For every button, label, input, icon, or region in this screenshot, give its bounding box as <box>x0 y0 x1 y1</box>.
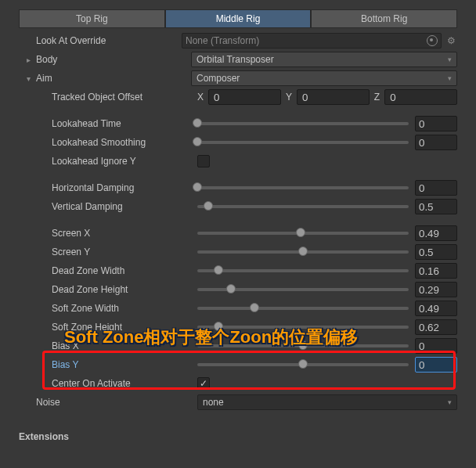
soft-zone-height-slider[interactable] <box>197 326 409 329</box>
tab-bottom-rig[interactable]: Bottom Rig <box>311 9 457 28</box>
soft-zone-height-value-input[interactable] <box>415 319 457 335</box>
noise-row: Noise none <box>0 393 476 412</box>
lookahead-ignore-y-label: Lookahead Ignore Y <box>52 156 197 167</box>
soft-zone-height-label: Soft Zone Height <box>52 322 197 333</box>
soft-zone-height-row: Soft Zone Height <box>0 318 476 337</box>
soft-zone-width-slider[interactable] <box>197 307 409 310</box>
body-dropdown[interactable]: Orbital Transposer <box>191 52 457 67</box>
horizontal-damping-label: Horizontal Damping <box>52 182 197 193</box>
screen-y-label: Screen Y <box>52 247 197 257</box>
lookahead-smoothing-row: Lookahead Smoothing <box>0 133 476 152</box>
tracked-offset-row: Tracked Object Offset X Y Z <box>0 88 476 106</box>
center-on-activate-row: Center On Activate <box>0 374 476 393</box>
center-on-activate-label: Center On Activate <box>52 378 197 389</box>
dead-zone-width-row: Dead Zone Width <box>0 261 476 280</box>
lookahead-smoothing-value-input[interactable] <box>415 135 457 150</box>
soft-zone-width-label: Soft Zone Width <box>52 303 197 314</box>
tab-middle-rig[interactable]: Middle Rig <box>165 9 312 28</box>
screen-x-value-input[interactable] <box>415 225 457 241</box>
dead-zone-height-value-input[interactable] <box>415 282 457 297</box>
screen-x-slider[interactable] <box>197 232 409 235</box>
x-axis-label: X <box>197 92 204 103</box>
screen-y-value-input[interactable] <box>415 244 457 260</box>
horizontal-damping-value-input[interactable] <box>415 180 457 196</box>
extensions-heading: Extensions <box>0 427 476 446</box>
noise-dropdown[interactable]: none <box>197 394 457 410</box>
vertical-damping-row: Vertical Damping <box>0 197 476 216</box>
tracked-offset-z-input[interactable] <box>384 89 457 105</box>
bias-x-value-input[interactable] <box>415 338 457 354</box>
aim-label: Aim <box>36 73 191 84</box>
noise-label: Noise <box>36 397 197 408</box>
vertical-damping-slider[interactable] <box>197 205 409 208</box>
dead-zone-height-label: Dead Zone Height <box>52 284 197 295</box>
body-value: Orbital Transposer <box>197 54 274 65</box>
dead-zone-height-slider[interactable] <box>197 288 409 291</box>
horizontal-damping-row: Horizontal Damping <box>0 178 476 197</box>
screen-x-label: Screen X <box>52 228 197 239</box>
look-at-override-field[interactable]: None (Transform) <box>182 33 442 49</box>
aim-dropdown[interactable]: Composer <box>191 70 457 86</box>
tracked-offset-label: Tracked Object Offset <box>52 92 197 103</box>
lookahead-smoothing-slider[interactable] <box>197 141 409 144</box>
screen-y-slider[interactable] <box>197 250 409 254</box>
bias-x-row: Bias X <box>0 337 476 355</box>
bias-y-value-input[interactable] <box>415 357 457 373</box>
gear-icon[interactable]: ⚙ <box>445 35 457 46</box>
lookahead-ignore-y-row: Lookahead Ignore Y <box>0 152 476 171</box>
bias-y-label: Bias Y <box>52 359 197 370</box>
dead-zone-height-row: Dead Zone Height <box>0 280 476 299</box>
tracked-offset-x-input[interactable] <box>208 89 281 105</box>
soft-zone-width-value-input[interactable] <box>415 301 457 316</box>
horizontal-damping-slider[interactable] <box>197 186 409 189</box>
dead-zone-width-slider[interactable] <box>197 269 409 272</box>
tracked-offset-y-input[interactable] <box>297 89 370 105</box>
dead-zone-width-value-input[interactable] <box>415 263 457 279</box>
lookahead-smoothing-label: Lookahead Smoothing <box>52 137 197 148</box>
lookahead-ignore-y-checkbox[interactable] <box>197 155 210 167</box>
aim-foldout-icon[interactable] <box>27 73 36 84</box>
lookahead-time-value-input[interactable] <box>415 116 457 131</box>
body-foldout-icon[interactable] <box>27 54 36 65</box>
bias-x-slider[interactable] <box>197 344 409 347</box>
lookahead-time-row: Lookahead Time <box>0 114 476 133</box>
look-at-override-row: Look At Override None (Transform) ⚙ <box>0 31 476 50</box>
z-axis-label: Z <box>374 92 380 103</box>
bias-y-slider[interactable] <box>197 363 409 366</box>
noise-value: none <box>203 397 224 408</box>
center-on-activate-checkbox[interactable] <box>197 377 210 390</box>
aim-value: Composer <box>197 73 240 84</box>
lookahead-time-label: Lookahead Time <box>52 118 197 129</box>
screen-y-row: Screen Y <box>0 243 476 261</box>
rig-tabs: Top Rig Middle Rig Bottom Rig <box>0 0 476 31</box>
target-picker-icon[interactable] <box>427 35 438 46</box>
vertical-damping-value-input[interactable] <box>415 199 457 214</box>
vertical-damping-label: Vertical Damping <box>52 201 197 212</box>
lookahead-time-slider[interactable] <box>197 122 409 125</box>
screen-x-row: Screen X <box>0 224 476 243</box>
aim-row: Aim Composer <box>0 69 476 88</box>
bias-x-label: Bias X <box>52 340 197 351</box>
look-at-override-label: Look At Override <box>36 35 182 46</box>
body-row: Body Orbital Transposer <box>0 50 476 69</box>
y-axis-label: Y <box>286 92 292 103</box>
tab-top-rig[interactable]: Top Rig <box>19 9 165 28</box>
look-at-override-value: None (Transform) <box>186 35 427 46</box>
body-label: Body <box>36 54 191 65</box>
dead-zone-width-label: Dead Zone Width <box>52 265 197 276</box>
soft-zone-width-row: Soft Zone Width <box>0 299 476 318</box>
bias-y-row: Bias Y <box>0 355 476 374</box>
